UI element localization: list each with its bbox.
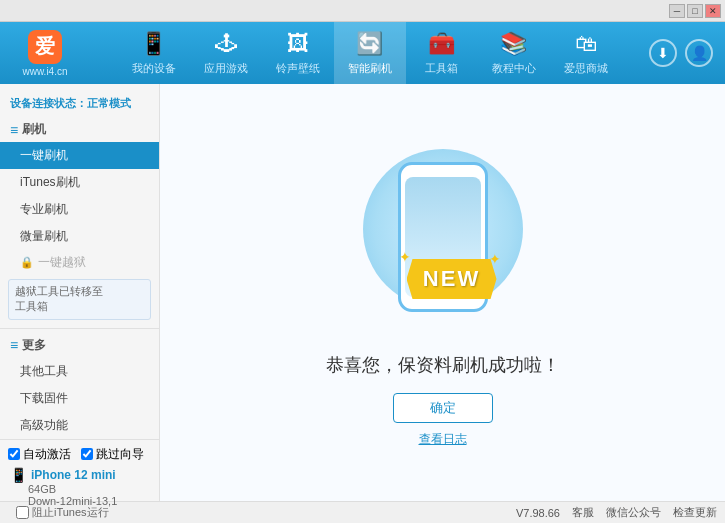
nav-tutorial-label: 教程中心 [492, 61, 536, 76]
confirm-button[interactable]: 确定 [393, 393, 493, 423]
success-title: 恭喜您，保资料刷机成功啦！ [326, 353, 560, 377]
nav-wallpaper-label: 铃声壁纸 [276, 61, 320, 76]
sidebar-item-pro-flash[interactable]: 专业刷机 [0, 196, 159, 223]
nav-smart-flash[interactable]: 🔄 智能刷机 [334, 22, 406, 84]
bottom-right: V7.98.66 客服 微信公众号 检查更新 [516, 505, 717, 520]
sidebar-item-download-firmware[interactable]: 下载固件 [0, 385, 159, 412]
sidebar-item-jailbreak-disabled: 🔒 一键越狱 [0, 250, 159, 275]
header-right: ⬇ 👤 [649, 39, 725, 67]
nav-toolbox-label: 工具箱 [425, 61, 458, 76]
logo[interactable]: 爱 www.i4.cn [0, 30, 90, 77]
device-name: iPhone 12 mini [31, 468, 116, 482]
nav-my-device[interactable]: 📱 我的设备 [118, 22, 190, 84]
nav-smart-flash-label: 智能刷机 [348, 61, 392, 76]
jailbreak-label: 一键越狱 [38, 254, 86, 271]
checkbox-group: 自动激活 跳过向导 [8, 446, 151, 463]
nav-my-device-label: 我的设备 [132, 61, 176, 76]
skip-wizard-checkbox[interactable]: 跳过向导 [81, 446, 144, 463]
section-flash: ≡ 刷机 [0, 117, 159, 142]
main-area: 设备连接状态：正常模式 ≡ 刷机 一键刷机 iTunes刷机 专业刷机 微量刷机… [0, 84, 725, 501]
download-button[interactable]: ⬇ [649, 39, 677, 67]
minimize-button[interactable]: ─ [669, 4, 685, 18]
maximize-button[interactable]: □ [687, 4, 703, 18]
content-area: ✦ ✦ NEW 恭喜您，保资料刷机成功啦！ 确定 查看日志 [160, 84, 725, 501]
stop-itunes-label: 阻止iTunes运行 [32, 505, 109, 520]
nav-shop[interactable]: 🛍 爱思商城 [550, 22, 622, 84]
user-button[interactable]: 👤 [685, 39, 713, 67]
version-label: V7.98.66 [516, 507, 560, 519]
sidebar-item-itunes-flash[interactable]: iTunes刷机 [0, 169, 159, 196]
nav-shop-label: 爱思商城 [564, 61, 608, 76]
status-value: 正常模式 [87, 97, 131, 109]
nav-tutorial[interactable]: 📚 教程中心 [478, 22, 550, 84]
sidebar-item-dual-flash[interactable]: 微量刷机 [0, 223, 159, 250]
device-info: 📱 iPhone 12 mini 64GB Down-12mini-13,1 [10, 467, 151, 507]
service-link[interactable]: 客服 [572, 505, 594, 520]
lock-icon: 🔒 [20, 256, 34, 269]
nav-wallpaper[interactable]: 🖼 铃声壁纸 [262, 22, 334, 84]
skip-wizard-input[interactable] [81, 448, 93, 460]
device-storage: 64GB [10, 483, 151, 495]
status-label: 设备连接状态： [10, 97, 87, 109]
wallpaper-icon: 🖼 [287, 31, 309, 57]
bottom-left: 阻止iTunes运行 [8, 505, 168, 520]
logo-icon: 爱 [28, 30, 62, 64]
skip-wizard-label: 跳过向导 [96, 446, 144, 463]
nav-toolbox[interactable]: 🧰 工具箱 [406, 22, 478, 84]
title-bar: ─ □ ✕ [0, 0, 725, 22]
bottom-bar: 阻止iTunes运行 V7.98.66 客服 微信公众号 检查更新 [0, 501, 725, 523]
nav-app-game[interactable]: 🕹 应用游戏 [190, 22, 262, 84]
sidebar-note: 越狱工具已转移至工具箱 [8, 279, 151, 320]
auto-detect-label: 自动激活 [23, 446, 71, 463]
device-status: 设备连接状态：正常模式 [0, 92, 159, 117]
sidebar-footer: 自动激活 跳过向导 📱 iPhone 12 mini 64GB Down-12m… [0, 439, 159, 509]
shop-icon: 🛍 [575, 31, 597, 57]
toolbox-icon: 🧰 [428, 31, 455, 57]
app-game-icon: 🕹 [215, 31, 237, 57]
auto-detect-checkbox[interactable]: 自动激活 [8, 446, 71, 463]
nav-app-game-label: 应用游戏 [204, 61, 248, 76]
wechat-link[interactable]: 微信公众号 [606, 505, 661, 520]
section-flash-label: 刷机 [22, 121, 46, 138]
logo-url: www.i4.cn [22, 66, 67, 77]
auto-detect-input[interactable] [8, 448, 20, 460]
view-log-link[interactable]: 查看日志 [419, 431, 467, 448]
success-illustration: ✦ ✦ NEW [353, 137, 533, 337]
my-device-icon: 📱 [140, 31, 167, 57]
device-phone-icon: 📱 [10, 467, 27, 483]
section-flash-icon: ≡ [10, 122, 18, 138]
section-more-icon: ≡ [10, 337, 18, 353]
section-more: ≡ 更多 [0, 333, 159, 358]
update-link[interactable]: 检查更新 [673, 505, 717, 520]
section-more-label: 更多 [22, 337, 46, 354]
stop-itunes-checkbox[interactable] [16, 506, 29, 519]
stop-itunes-item[interactable]: 阻止iTunes运行 [8, 505, 117, 520]
sparkle-left: ✦ [399, 249, 411, 265]
tutorial-icon: 📚 [500, 31, 527, 57]
sidebar-divider [0, 328, 159, 329]
smart-flash-icon: 🔄 [356, 31, 383, 57]
new-badge: NEW [407, 259, 497, 299]
sidebar-item-other-tools[interactable]: 其他工具 [0, 358, 159, 385]
new-ribbon: ✦ ✦ NEW [407, 259, 497, 309]
close-button[interactable]: ✕ [705, 4, 721, 18]
sidebar: 设备连接状态：正常模式 ≡ 刷机 一键刷机 iTunes刷机 专业刷机 微量刷机… [0, 84, 160, 501]
sidebar-item-advanced[interactable]: 高级功能 [0, 412, 159, 439]
header: 爱 www.i4.cn 📱 我的设备 🕹 应用游戏 🖼 铃声壁纸 🔄 智能刷机 … [0, 22, 725, 84]
window-controls[interactable]: ─ □ ✕ [669, 4, 721, 18]
nav-bar: 📱 我的设备 🕹 应用游戏 🖼 铃声壁纸 🔄 智能刷机 🧰 工具箱 📚 教程中心… [90, 22, 649, 84]
sidebar-item-one-key-flash[interactable]: 一键刷机 [0, 142, 159, 169]
